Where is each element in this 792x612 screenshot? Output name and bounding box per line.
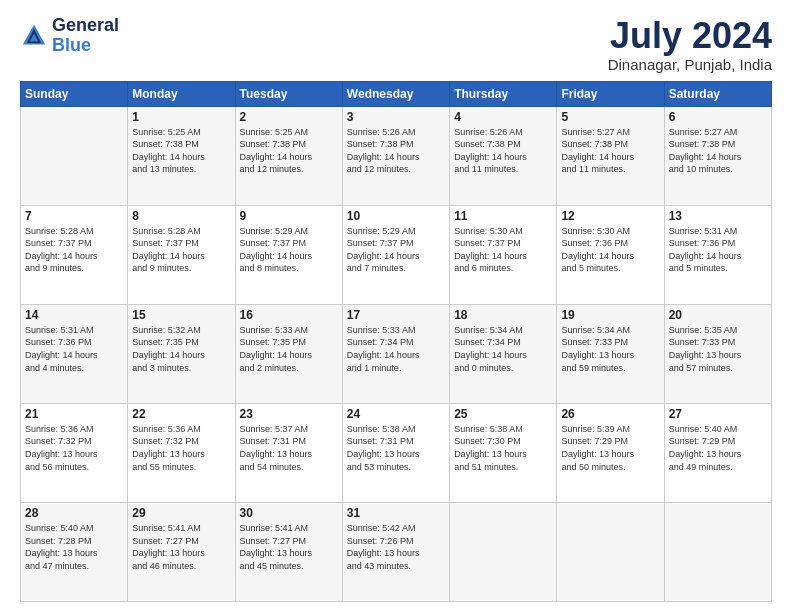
calendar-cell: 16Sunrise: 5:33 AM Sunset: 7:35 PM Dayli… xyxy=(235,304,342,403)
day-info: Sunrise: 5:30 AM Sunset: 7:36 PM Dayligh… xyxy=(561,225,659,275)
calendar-cell xyxy=(21,106,128,205)
day-info: Sunrise: 5:36 AM Sunset: 7:32 PM Dayligh… xyxy=(25,423,123,473)
calendar-cell: 4Sunrise: 5:26 AM Sunset: 7:38 PM Daylig… xyxy=(450,106,557,205)
calendar-cell: 24Sunrise: 5:38 AM Sunset: 7:31 PM Dayli… xyxy=(342,403,449,502)
day-number: 16 xyxy=(240,308,338,322)
weekday-header: Monday xyxy=(128,81,235,106)
calendar-cell: 3Sunrise: 5:26 AM Sunset: 7:38 PM Daylig… xyxy=(342,106,449,205)
calendar-cell: 8Sunrise: 5:28 AM Sunset: 7:37 PM Daylig… xyxy=(128,205,235,304)
calendar-cell: 21Sunrise: 5:36 AM Sunset: 7:32 PM Dayli… xyxy=(21,403,128,502)
day-number: 13 xyxy=(669,209,767,223)
day-info: Sunrise: 5:25 AM Sunset: 7:38 PM Dayligh… xyxy=(132,126,230,176)
weekday-header: Wednesday xyxy=(342,81,449,106)
day-number: 29 xyxy=(132,506,230,520)
day-number: 18 xyxy=(454,308,552,322)
day-number: 19 xyxy=(561,308,659,322)
weekday-header: Tuesday xyxy=(235,81,342,106)
day-info: Sunrise: 5:38 AM Sunset: 7:30 PM Dayligh… xyxy=(454,423,552,473)
day-number: 12 xyxy=(561,209,659,223)
logo: General Blue xyxy=(20,16,119,56)
day-info: Sunrise: 5:32 AM Sunset: 7:35 PM Dayligh… xyxy=(132,324,230,374)
calendar-cell: 30Sunrise: 5:41 AM Sunset: 7:27 PM Dayli… xyxy=(235,502,342,601)
day-info: Sunrise: 5:29 AM Sunset: 7:37 PM Dayligh… xyxy=(240,225,338,275)
day-number: 17 xyxy=(347,308,445,322)
day-number: 10 xyxy=(347,209,445,223)
calendar-cell: 7Sunrise: 5:28 AM Sunset: 7:37 PM Daylig… xyxy=(21,205,128,304)
day-info: Sunrise: 5:34 AM Sunset: 7:33 PM Dayligh… xyxy=(561,324,659,374)
calendar-row: 7Sunrise: 5:28 AM Sunset: 7:37 PM Daylig… xyxy=(21,205,772,304)
day-info: Sunrise: 5:34 AM Sunset: 7:34 PM Dayligh… xyxy=(454,324,552,374)
day-info: Sunrise: 5:31 AM Sunset: 7:36 PM Dayligh… xyxy=(669,225,767,275)
calendar-cell: 31Sunrise: 5:42 AM Sunset: 7:26 PM Dayli… xyxy=(342,502,449,601)
day-number: 3 xyxy=(347,110,445,124)
calendar-cell: 18Sunrise: 5:34 AM Sunset: 7:34 PM Dayli… xyxy=(450,304,557,403)
day-number: 28 xyxy=(25,506,123,520)
day-info: Sunrise: 5:41 AM Sunset: 7:27 PM Dayligh… xyxy=(240,522,338,572)
calendar-cell: 29Sunrise: 5:41 AM Sunset: 7:27 PM Dayli… xyxy=(128,502,235,601)
location: Dinanagar, Punjab, India xyxy=(608,56,772,73)
calendar-cell xyxy=(557,502,664,601)
day-number: 8 xyxy=(132,209,230,223)
calendar-cell: 23Sunrise: 5:37 AM Sunset: 7:31 PM Dayli… xyxy=(235,403,342,502)
day-info: Sunrise: 5:27 AM Sunset: 7:38 PM Dayligh… xyxy=(561,126,659,176)
title-area: July 2024 Dinanagar, Punjab, India xyxy=(608,16,772,73)
calendar-cell: 20Sunrise: 5:35 AM Sunset: 7:33 PM Dayli… xyxy=(664,304,771,403)
month-title: July 2024 xyxy=(608,16,772,56)
calendar-cell: 25Sunrise: 5:38 AM Sunset: 7:30 PM Dayli… xyxy=(450,403,557,502)
page: General Blue July 2024 Dinanagar, Punjab… xyxy=(0,0,792,612)
day-number: 26 xyxy=(561,407,659,421)
day-info: Sunrise: 5:26 AM Sunset: 7:38 PM Dayligh… xyxy=(454,126,552,176)
day-number: 11 xyxy=(454,209,552,223)
day-number: 6 xyxy=(669,110,767,124)
logo-line2: Blue xyxy=(52,35,91,55)
calendar-cell: 10Sunrise: 5:29 AM Sunset: 7:37 PM Dayli… xyxy=(342,205,449,304)
calendar-cell: 11Sunrise: 5:30 AM Sunset: 7:37 PM Dayli… xyxy=(450,205,557,304)
day-number: 7 xyxy=(25,209,123,223)
calendar-cell: 9Sunrise: 5:29 AM Sunset: 7:37 PM Daylig… xyxy=(235,205,342,304)
day-number: 4 xyxy=(454,110,552,124)
day-number: 9 xyxy=(240,209,338,223)
day-number: 27 xyxy=(669,407,767,421)
day-number: 21 xyxy=(25,407,123,421)
weekday-header: Friday xyxy=(557,81,664,106)
day-number: 15 xyxy=(132,308,230,322)
calendar-cell: 13Sunrise: 5:31 AM Sunset: 7:36 PM Dayli… xyxy=(664,205,771,304)
day-number: 24 xyxy=(347,407,445,421)
day-info: Sunrise: 5:33 AM Sunset: 7:35 PM Dayligh… xyxy=(240,324,338,374)
weekday-header: Sunday xyxy=(21,81,128,106)
day-info: Sunrise: 5:41 AM Sunset: 7:27 PM Dayligh… xyxy=(132,522,230,572)
day-info: Sunrise: 5:29 AM Sunset: 7:37 PM Dayligh… xyxy=(347,225,445,275)
calendar-cell: 5Sunrise: 5:27 AM Sunset: 7:38 PM Daylig… xyxy=(557,106,664,205)
day-info: Sunrise: 5:26 AM Sunset: 7:38 PM Dayligh… xyxy=(347,126,445,176)
day-info: Sunrise: 5:31 AM Sunset: 7:36 PM Dayligh… xyxy=(25,324,123,374)
day-number: 14 xyxy=(25,308,123,322)
calendar-cell: 27Sunrise: 5:40 AM Sunset: 7:29 PM Dayli… xyxy=(664,403,771,502)
calendar-cell xyxy=(664,502,771,601)
calendar-cell: 19Sunrise: 5:34 AM Sunset: 7:33 PM Dayli… xyxy=(557,304,664,403)
calendar-cell: 2Sunrise: 5:25 AM Sunset: 7:38 PM Daylig… xyxy=(235,106,342,205)
calendar-row: 1Sunrise: 5:25 AM Sunset: 7:38 PM Daylig… xyxy=(21,106,772,205)
calendar-cell: 6Sunrise: 5:27 AM Sunset: 7:38 PM Daylig… xyxy=(664,106,771,205)
day-info: Sunrise: 5:42 AM Sunset: 7:26 PM Dayligh… xyxy=(347,522,445,572)
day-info: Sunrise: 5:36 AM Sunset: 7:32 PM Dayligh… xyxy=(132,423,230,473)
day-info: Sunrise: 5:28 AM Sunset: 7:37 PM Dayligh… xyxy=(25,225,123,275)
calendar-row: 21Sunrise: 5:36 AM Sunset: 7:32 PM Dayli… xyxy=(21,403,772,502)
day-info: Sunrise: 5:25 AM Sunset: 7:38 PM Dayligh… xyxy=(240,126,338,176)
calendar-cell xyxy=(450,502,557,601)
day-info: Sunrise: 5:33 AM Sunset: 7:34 PM Dayligh… xyxy=(347,324,445,374)
day-number: 2 xyxy=(240,110,338,124)
day-number: 30 xyxy=(240,506,338,520)
day-info: Sunrise: 5:38 AM Sunset: 7:31 PM Dayligh… xyxy=(347,423,445,473)
day-info: Sunrise: 5:37 AM Sunset: 7:31 PM Dayligh… xyxy=(240,423,338,473)
day-number: 23 xyxy=(240,407,338,421)
calendar-cell: 1Sunrise: 5:25 AM Sunset: 7:38 PM Daylig… xyxy=(128,106,235,205)
calendar-cell: 14Sunrise: 5:31 AM Sunset: 7:36 PM Dayli… xyxy=(21,304,128,403)
day-number: 22 xyxy=(132,407,230,421)
day-number: 31 xyxy=(347,506,445,520)
day-number: 20 xyxy=(669,308,767,322)
day-info: Sunrise: 5:40 AM Sunset: 7:28 PM Dayligh… xyxy=(25,522,123,572)
calendar-cell: 26Sunrise: 5:39 AM Sunset: 7:29 PM Dayli… xyxy=(557,403,664,502)
calendar-cell: 28Sunrise: 5:40 AM Sunset: 7:28 PM Dayli… xyxy=(21,502,128,601)
header: General Blue July 2024 Dinanagar, Punjab… xyxy=(20,16,772,73)
day-info: Sunrise: 5:30 AM Sunset: 7:37 PM Dayligh… xyxy=(454,225,552,275)
